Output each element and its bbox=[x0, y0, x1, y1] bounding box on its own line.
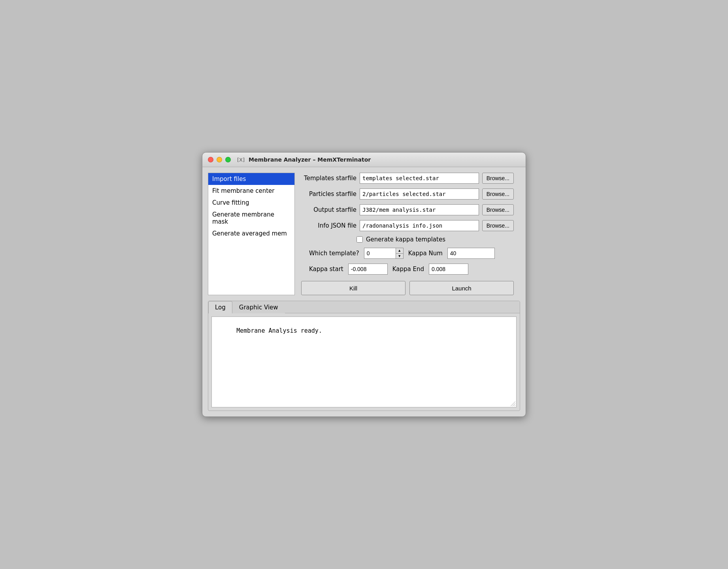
generate-kappa-row: Generate kappa templates bbox=[301, 236, 514, 243]
main-panel: Templates starfile Browse... Particles s… bbox=[295, 173, 520, 295]
tab-bar: Log Graphic View bbox=[208, 301, 520, 313]
which-template-up-button[interactable]: ▲ bbox=[396, 248, 403, 253]
kappa-num-label: Kappa Num bbox=[408, 250, 443, 257]
which-template-spinner: ▲ ▼ bbox=[364, 248, 404, 259]
close-button[interactable] bbox=[208, 157, 213, 162]
template-kappa-num-row: Which template? ▲ ▼ Kappa Num bbox=[301, 248, 514, 259]
sidebar-item-import-files[interactable]: Import files bbox=[208, 173, 294, 185]
title-icon: [X] bbox=[237, 157, 245, 163]
content-area: Import files Fit membrane center Curve f… bbox=[202, 167, 526, 301]
templates-starfile-browse-button[interactable]: Browse... bbox=[482, 173, 514, 184]
log-text: Membrane Analysis ready. bbox=[236, 327, 322, 334]
which-template-down-button[interactable]: ▼ bbox=[396, 254, 403, 259]
window-title: Membrane Analyzer – MemXTerminator bbox=[249, 156, 371, 163]
templates-starfile-label: Templates starfile bbox=[301, 175, 356, 182]
particles-starfile-browse-button[interactable]: Browse... bbox=[482, 188, 514, 200]
particles-starfile-row: Particles starfile Browse... bbox=[301, 188, 514, 200]
kappa-end-label: Kappa End bbox=[392, 266, 424, 273]
svg-line-2 bbox=[515, 405, 515, 406]
tab-graphic-view[interactable]: Graphic View bbox=[232, 301, 285, 313]
kappa-start-label: Kappa start bbox=[309, 266, 343, 273]
output-starfile-label: Output starfile bbox=[301, 206, 356, 213]
kappa-num-input[interactable] bbox=[447, 248, 495, 259]
maximize-button[interactable] bbox=[225, 157, 231, 162]
which-template-input[interactable] bbox=[364, 248, 396, 259]
kappa-range-row: Kappa start Kappa End bbox=[301, 264, 514, 275]
main-window: [X] Membrane Analyzer – MemXTerminator I… bbox=[202, 152, 526, 417]
launch-button[interactable]: Launch bbox=[409, 281, 514, 295]
particles-starfile-input[interactable] bbox=[360, 188, 479, 200]
titlebar: [X] Membrane Analyzer – MemXTerminator bbox=[202, 153, 526, 167]
info-json-row: Info JSON file Browse... bbox=[301, 220, 514, 231]
sidebar: Import files Fit membrane center Curve f… bbox=[208, 173, 295, 295]
sidebar-item-fit-membrane-center[interactable]: Fit membrane center bbox=[208, 185, 294, 197]
action-row: Kill Launch bbox=[301, 279, 514, 295]
which-template-spinner-buttons: ▲ ▼ bbox=[396, 248, 404, 259]
templates-starfile-row: Templates starfile Browse... bbox=[301, 173, 514, 184]
info-json-label: Info JSON file bbox=[301, 222, 356, 229]
kappa-start-input[interactable] bbox=[348, 264, 388, 275]
resize-handle[interactable] bbox=[511, 401, 515, 406]
sidebar-item-curve-fitting[interactable]: Curve fitting bbox=[208, 197, 294, 209]
kill-button[interactable]: Kill bbox=[301, 281, 405, 295]
output-starfile-row: Output starfile Browse... bbox=[301, 204, 514, 215]
log-content: Membrane Analysis ready. bbox=[211, 317, 517, 407]
sidebar-item-generate-averaged-mem[interactable]: Generate averaged mem bbox=[208, 228, 294, 239]
templates-starfile-input[interactable] bbox=[360, 173, 479, 184]
bottom-panel: Log Graphic View Membrane Analysis ready… bbox=[208, 301, 520, 411]
info-json-browse-button[interactable]: Browse... bbox=[482, 220, 514, 231]
generate-kappa-checkbox[interactable] bbox=[356, 236, 363, 243]
kappa-end-input[interactable] bbox=[429, 264, 468, 275]
tab-log[interactable]: Log bbox=[208, 301, 232, 313]
which-template-label: Which template? bbox=[309, 250, 359, 257]
output-starfile-input[interactable] bbox=[360, 204, 479, 215]
info-json-input[interactable] bbox=[360, 220, 479, 231]
output-starfile-browse-button[interactable]: Browse... bbox=[482, 204, 514, 215]
sidebar-item-generate-membrane-mask[interactable]: Generate membrane mask bbox=[208, 209, 294, 228]
generate-kappa-label: Generate kappa templates bbox=[366, 236, 445, 243]
minimize-button[interactable] bbox=[217, 157, 222, 162]
particles-starfile-label: Particles starfile bbox=[301, 190, 356, 198]
